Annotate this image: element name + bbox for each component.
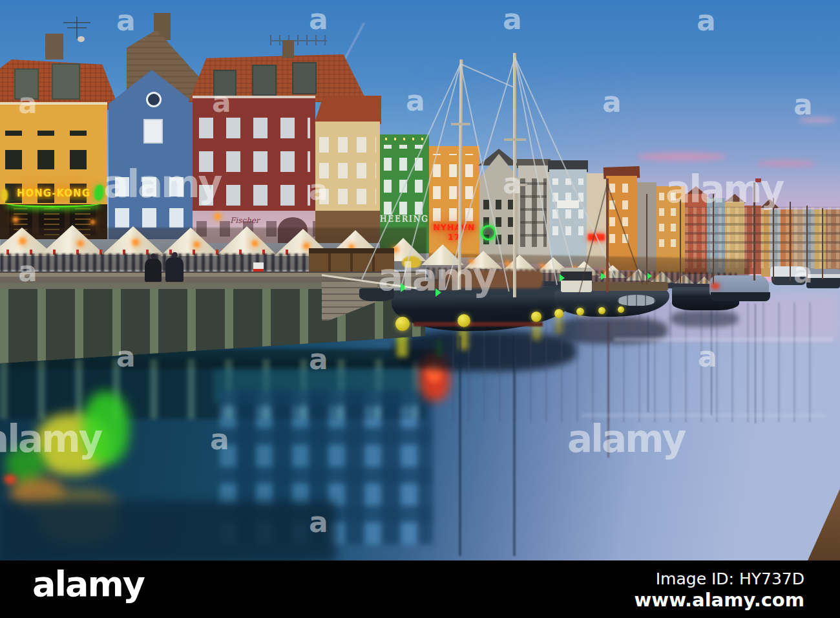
distant-mast [806, 206, 808, 281]
circular-window [146, 92, 162, 107]
mast-spreader [503, 184, 527, 186]
cafe-light [505, 261, 510, 266]
distant-mast [790, 202, 791, 281]
cornice [193, 96, 315, 98]
cafe-light [78, 240, 83, 246]
far-boats [806, 269, 840, 288]
boat-red-light [711, 283, 719, 289]
building-maroon [193, 98, 315, 213]
distant-mast [773, 198, 774, 281]
deck-cargo [419, 279, 457, 290]
mast-spreader [451, 123, 470, 125]
buoy [618, 306, 624, 313]
satellite-dish [78, 36, 85, 42]
footer-info: Image ID: HY737D www.alamy.com [635, 570, 804, 612]
dinghy [618, 295, 655, 306]
lamp-glow [215, 213, 221, 220]
chimney [282, 40, 294, 58]
footer-bar: alamy Image ID: HY737D www.alamy.com [0, 560, 840, 618]
distant-mast [822, 208, 823, 279]
scaffolding [270, 35, 327, 45]
distant-mast [713, 194, 714, 284]
white-boat-hull [772, 277, 806, 285]
hong-kong-neon-swoosh [5, 199, 101, 208]
ripple-highlight [582, 414, 827, 417]
tuborg-neon-ring [481, 225, 496, 240]
cafe-light [132, 239, 139, 246]
image-id-text: Image ID: HY737D [635, 570, 804, 589]
distant-mast [646, 194, 647, 284]
small-boat [359, 288, 394, 301]
buoy [576, 308, 584, 315]
gable-window [143, 119, 163, 144]
dormer [52, 63, 80, 100]
cloud [756, 160, 817, 167]
buoy [554, 309, 563, 318]
cafe-light [252, 240, 258, 246]
building-blue-gable [109, 70, 195, 239]
distant-mast [753, 182, 755, 281]
white-signboard [557, 200, 579, 208]
window-grid [319, 128, 376, 204]
dormer [292, 62, 317, 94]
chimney [45, 34, 63, 59]
danish-flag [755, 178, 761, 182]
window-grid [199, 107, 310, 206]
distant-mast [680, 199, 681, 283]
mast-spreader [504, 138, 526, 141]
alamy-logo: alamy [32, 567, 144, 602]
hong-kong-neon-sign: HONG-KONG [5, 187, 102, 199]
neon-reflection-red-dot [4, 474, 17, 484]
buoy [531, 312, 541, 322]
dormer [213, 70, 236, 98]
stock-photo-nyhavn: HONG-KONG Fischer HEERING NY [0, 0, 840, 618]
buoy [395, 317, 410, 331]
cloud [798, 118, 837, 123]
mast-brown [606, 178, 609, 292]
mast [513, 53, 516, 297]
window-grid [384, 145, 426, 215]
covered-boat-hull [711, 292, 770, 301]
alamy-url-text: www.alamy.com [635, 589, 804, 612]
building-cream [315, 122, 380, 213]
fischer-sign: Fischer [230, 216, 282, 225]
person [165, 257, 184, 282]
dormer [14, 69, 39, 100]
deep-water-shadow [0, 501, 336, 562]
window-grid [115, 165, 189, 228]
buoy [457, 314, 470, 327]
lantern [13, 217, 18, 222]
facade-lights [385, 138, 424, 140]
dormer [252, 65, 277, 96]
ripple-highlight [614, 337, 834, 341]
wheelhouse [561, 268, 592, 292]
flower-pot-yellow [402, 256, 421, 269]
roof-cream-building [314, 96, 381, 124]
window-grid [609, 184, 634, 243]
cafe-light [540, 264, 544, 268]
lantern [90, 220, 95, 224]
buoy [598, 307, 605, 314]
person-head [151, 253, 156, 259]
antenna [67, 27, 87, 28]
person-head [172, 252, 178, 258]
cloud [636, 153, 727, 161]
cornice [0, 102, 107, 105]
nyhavn-17-neon-sign: NYHAVN 17 [429, 222, 479, 242]
cafe-light [19, 238, 26, 244]
sailboat-waterline-stripe [414, 322, 543, 326]
neon-dragon [94, 185, 103, 200]
neon-dragon [1, 189, 8, 202]
cafe-light [469, 259, 474, 263]
person [145, 259, 162, 282]
neon-reflection-green [83, 392, 129, 464]
boat-deck [592, 282, 668, 291]
antenna [63, 22, 90, 23]
window-grid [659, 193, 682, 247]
cafe-light [194, 242, 200, 248]
